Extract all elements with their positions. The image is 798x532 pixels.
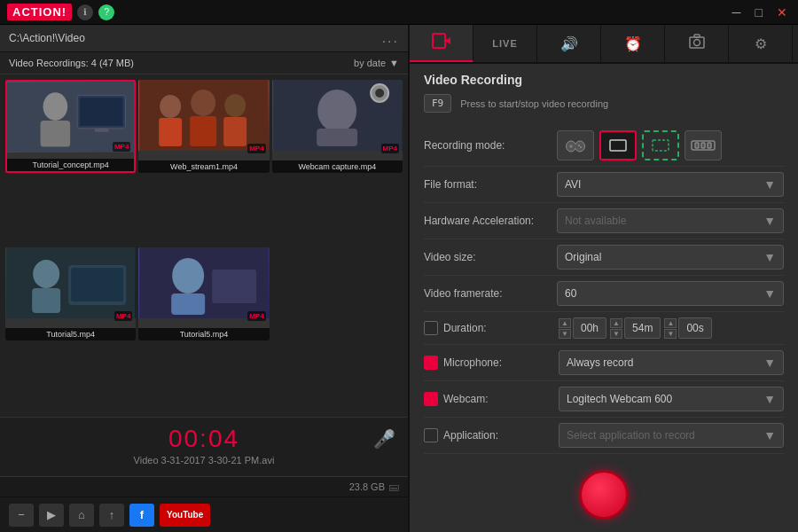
tab-video[interactable] <box>410 25 473 62</box>
svg-rect-40 <box>653 140 669 151</box>
thumb-filename: Webcam capture.mp4 <box>272 160 403 173</box>
hotkey-description: Press to start/stop video recording <box>460 98 608 109</box>
file-format-dropdown[interactable]: AVI ▼ <box>557 172 784 197</box>
application-dropdown[interactable]: Select application to record ▼ <box>559 423 784 448</box>
hw-accel-control: Not available ▼ <box>557 208 784 233</box>
svg-rect-27 <box>433 34 445 48</box>
mode-region-button[interactable] <box>642 130 679 160</box>
mp4-badge: MP4 <box>247 311 265 321</box>
microphone-icon: 🎤 <box>373 428 395 450</box>
recordings-header: Video Recordings: 4 (47 MB) by date ▼ <box>0 52 408 74</box>
tab-audio[interactable]: 🔊 <box>537 25 601 62</box>
webcam-dropdown[interactable]: Logitech Webcam 600 ▼ <box>559 387 784 411</box>
mp4-badge: MP4 <box>114 311 132 321</box>
tab-live[interactable]: LIVE <box>473 25 537 62</box>
svg-rect-43 <box>701 143 705 148</box>
webcam-checkbox[interactable] <box>424 392 438 406</box>
help-icon-btn[interactable]: ? <box>98 4 114 20</box>
maximize-button[interactable]: □ <box>752 5 766 20</box>
timer-row: 00:04 🎤 <box>12 425 395 453</box>
file-format-control: AVI ▼ <box>557 172 784 197</box>
thumb-svg-4 <box>5 247 136 318</box>
minutes-down-button[interactable]: ▼ <box>610 329 622 339</box>
youtube-button[interactable]: YouTube <box>160 504 210 527</box>
hours-up-button[interactable]: ▲ <box>559 318 571 328</box>
svg-point-17 <box>375 89 384 98</box>
dropdown-arrow-icon: ▼ <box>763 286 776 301</box>
seconds-up-button[interactable]: ▲ <box>664 318 677 328</box>
hdd-icon: 🖴 <box>388 481 399 493</box>
sort-by-button[interactable]: by date ▼ <box>354 58 399 68</box>
facebook-button[interactable]: f <box>129 504 154 527</box>
hw-accel-value: Not available <box>565 215 626 227</box>
svg-point-19 <box>33 260 59 288</box>
playback-timer: 00:04 <box>140 425 268 453</box>
svg-point-9 <box>191 90 215 116</box>
dropdown-arrow-icon: ▼ <box>763 428 776 442</box>
video-framerate-value: 60 <box>565 287 576 300</box>
sort-label: by date <box>354 58 386 68</box>
minimize-button[interactable]: ─ <box>729 5 745 20</box>
thumbnail-item[interactable]: MP4 Web_stream1.mp4 <box>138 80 269 173</box>
hours-down-button[interactable]: ▼ <box>559 329 571 339</box>
svg-point-24 <box>172 258 204 293</box>
mp4-badge: MP4 <box>381 144 399 153</box>
duration-row: Duration: ▲ ▼ 00h ▲ ▼ 54m <box>424 312 784 345</box>
thumbnail-item[interactable]: MP4 Webcam capture.mp4 <box>272 80 403 173</box>
mode-screen-button[interactable] <box>599 130 637 160</box>
svg-point-38 <box>580 146 582 148</box>
minutes-up-button[interactable]: ▲ <box>610 318 622 328</box>
remove-button[interactable]: − <box>9 504 34 527</box>
mode-hdmi-button[interactable] <box>685 130 722 160</box>
dropdown-arrow-icon: ▼ <box>763 177 776 192</box>
duration-label: Duration: <box>443 322 559 334</box>
video-framerate-dropdown[interactable]: 60 ▼ <box>557 281 784 306</box>
recording-mode-control <box>557 130 784 160</box>
playback-area: 00:04 🎤 Video 3-31-2017 3-30-21 PM.avi <box>0 417 408 476</box>
home-button[interactable]: ⌂ <box>69 504 94 527</box>
tab-settings[interactable]: ⚙ <box>729 25 793 62</box>
webcam-row: Webcam: Logitech Webcam 600 ▼ <box>424 381 784 418</box>
thumbnail-item[interactable]: MP4 Tutorial5.mp4 <box>5 247 136 340</box>
tab-screenshot[interactable] <box>665 25 729 62</box>
video-size-dropdown[interactable]: Original ▼ <box>557 245 784 270</box>
section-title: Video Recording <box>424 73 784 87</box>
application-checkbox[interactable] <box>424 428 438 442</box>
play-button[interactable]: ▶ <box>39 504 64 527</box>
mp4-badge: MP4 <box>113 142 130 152</box>
path-options-button[interactable]: ... <box>382 30 399 46</box>
microphone-dropdown[interactable]: Always record ▼ <box>559 350 784 375</box>
seconds-down-button[interactable]: ▼ <box>664 329 677 339</box>
webcam-value: Logitech Webcam 600 <box>567 393 672 405</box>
hours-spinner: ▲ ▼ 00h <box>559 317 606 339</box>
dropdown-arrow-icon: ▼ <box>763 392 776 406</box>
webcam-label: Webcam: <box>443 393 559 405</box>
info-icon-btn[interactable]: ℹ <box>77 4 93 20</box>
upload-button[interactable]: ↑ <box>99 504 124 527</box>
duration-checkbox[interactable] <box>424 321 438 335</box>
thumb-svg-2 <box>138 80 269 151</box>
mode-gamepad-button[interactable] <box>557 130 594 160</box>
dropdown-arrow-icon: ▼ <box>763 214 776 228</box>
tab-schedule[interactable]: ⏰ <box>601 25 665 62</box>
thumbnail-item[interactable]: MP4 Tutorial_concept.mp4 <box>5 80 136 173</box>
svg-rect-8 <box>159 118 182 146</box>
right-panel: LIVE 🔊 ⏰ ⚙ <box>410 25 798 532</box>
application-value: Select application to record <box>567 429 695 442</box>
hw-accel-dropdown[interactable]: Not available ▼ <box>557 208 784 233</box>
microphone-checkbox[interactable] <box>424 356 438 370</box>
tab-bar: LIVE 🔊 ⏰ ⚙ <box>410 25 798 64</box>
recording-mode-label: Recording mode: <box>424 139 557 152</box>
svg-rect-15 <box>317 129 357 146</box>
svg-rect-44 <box>708 143 711 148</box>
app-logo: ACTION! <box>7 4 72 20</box>
titlebar: ACTION! ℹ ? ─ □ ✕ <box>0 0 798 25</box>
record-button[interactable] <box>579 470 629 520</box>
microphone-value: Always record <box>567 356 633 369</box>
titlebar-left: ACTION! ℹ ? <box>7 4 114 20</box>
microphone-row: Microphone: Always record ▼ <box>424 345 784 381</box>
minutes-value: 54m <box>624 317 661 339</box>
file-format-label: File format: <box>424 178 557 191</box>
close-button[interactable]: ✕ <box>773 5 791 20</box>
thumbnail-item[interactable]: MP4 Tutorial5.mp4 <box>138 247 269 340</box>
